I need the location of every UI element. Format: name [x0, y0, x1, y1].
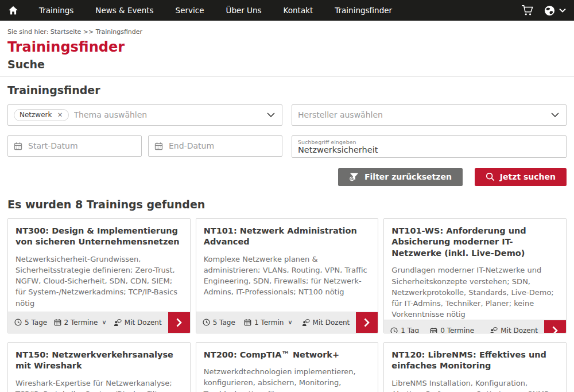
- nav-item-service[interactable]: Service: [176, 6, 204, 15]
- calendar-icon: [54, 319, 61, 326]
- reset-filters-button[interactable]: Filter zurücksetzen: [338, 168, 463, 186]
- training-card-title: NT120: LibreNMS: Effektives und einfache…: [391, 350, 559, 372]
- nav-item-trainings[interactable]: Trainings: [39, 6, 73, 15]
- mode-meta: Mit Dozent: [113, 319, 162, 327]
- chevron-down-icon: [551, 112, 559, 118]
- chevron-right-icon: [364, 318, 370, 327]
- duration-label: 1 Tag: [401, 327, 419, 333]
- card-detail-button[interactable]: [356, 312, 378, 333]
- duration-meta: 1 Tag: [390, 327, 419, 333]
- filter-form: Netzwerk × Thema auswählen Hersteller au…: [7, 104, 567, 158]
- mode-meta: Mit Dozent: [489, 327, 538, 333]
- start-date-input[interactable]: [27, 141, 135, 151]
- calendar-icon: [244, 319, 251, 326]
- training-card-title: NT200: CompTIA™ Network+: [204, 350, 371, 361]
- keyword-field[interactable]: Suchbegriff eingeben: [292, 135, 567, 158]
- training-cards-grid: NT300: Design & Implementierung von sich…: [7, 218, 567, 392]
- dates-label: 2 Termine: [64, 319, 98, 327]
- calendar-icon: [14, 142, 22, 150]
- instructor-icon: [301, 319, 310, 327]
- language-selector[interactable]: [544, 5, 566, 16]
- dates-label: 0 Termine: [440, 327, 474, 333]
- training-card-title: NT300: Design & Implementierung von sich…: [15, 226, 183, 248]
- mode-label: Mit Dozent: [501, 327, 538, 333]
- training-card-title: NT150: Netzwerkverkehrsanalyse mit Wires…: [15, 350, 183, 372]
- card-detail-button[interactable]: [544, 320, 566, 333]
- training-card-description: LibreNMS Installation, Konfiguration, Al…: [391, 378, 559, 392]
- nav-item-ueber-uns[interactable]: Über Uns: [226, 6, 262, 15]
- top-navigation: Trainings News & Events Service Über Uns…: [0, 0, 574, 21]
- calendar-icon: [430, 327, 437, 333]
- nav-item-trainingsfinder[interactable]: Trainingsfinder: [335, 6, 392, 15]
- results-count-heading: Es wurden 8 Trainings gefunden: [7, 198, 567, 211]
- chevron-down-icon: [267, 112, 275, 118]
- duration-meta: 5 Tage: [203, 319, 235, 327]
- training-card-title: NT101: Netzwerk Administration Advanced: [204, 226, 371, 248]
- mode-label: Mit Dozent: [125, 319, 162, 327]
- training-card-description: Netzwerkdtechnologien implementieren, ko…: [204, 366, 371, 392]
- topic-chip-label: Netzwerk: [20, 111, 52, 119]
- clock-icon: [203, 319, 210, 326]
- clock-icon: [14, 319, 22, 326]
- section-divider: [0, 76, 574, 77]
- dates-label: 1 Termin: [254, 319, 284, 327]
- search-icon: [486, 172, 495, 181]
- search-submit-label: Jetzt suchen: [500, 172, 556, 181]
- mode-meta: Mit Dozent: [301, 319, 350, 327]
- training-card: NT120: LibreNMS: Effektives und einfache…: [383, 342, 567, 392]
- training-card: NT150: Netzwerkverkehrsanalyse mit Wires…: [7, 342, 191, 392]
- topic-select[interactable]: Netzwerk × Thema auswählen: [7, 104, 282, 126]
- keyword-field-label: Suchbegriff eingeben: [298, 139, 560, 145]
- filter-reset-icon: [349, 172, 359, 181]
- mode-label: Mit Dozent: [313, 319, 350, 327]
- nav-item-kontakt[interactable]: Kontakt: [284, 6, 313, 15]
- training-card-description: Netzwerksicherheit-Grundwissen, Sicherhe…: [15, 254, 183, 309]
- breadcrumb[interactable]: Sie sind hier: Startseite >> Trainingsfi…: [7, 28, 567, 36]
- chip-remove-icon[interactable]: ×: [57, 111, 63, 118]
- training-card-footer: 5 Tage 1 Termin ∨ Mit Dozent: [196, 312, 378, 333]
- page-subtitle: Suche: [7, 58, 567, 71]
- nav-item-news-events[interactable]: News & Events: [95, 6, 153, 15]
- home-icon: [8, 6, 18, 15]
- search-submit-button[interactable]: Jetzt suchen: [475, 168, 567, 186]
- instructor-icon: [113, 319, 122, 327]
- cart-icon: [521, 5, 534, 16]
- vendor-select[interactable]: Hersteller auswählen: [292, 104, 567, 126]
- training-card-footer: 5 Tage 2 Termine ∨ Mit Dozent: [8, 312, 190, 333]
- training-card: NT101-WS: Anforderung und Absicherung mo…: [383, 218, 567, 333]
- reset-filters-label: Filter zurücksetzen: [364, 172, 452, 181]
- globe-icon: [544, 5, 555, 16]
- vendor-placeholder: Hersteller auswählen: [298, 110, 383, 119]
- cart-button[interactable]: [521, 5, 534, 16]
- start-date-field[interactable]: [7, 135, 142, 157]
- end-date-input[interactable]: [168, 141, 276, 151]
- filter-form-heading: Trainingsfinder: [7, 84, 567, 96]
- training-card-description: Komplexe Netzwerke planen & administrier…: [204, 254, 371, 298]
- training-card: NT300: Design & Implementierung von sich…: [7, 218, 191, 333]
- training-card-description: Wireshark-Expertise für Netzwerkanalyse;…: [15, 378, 183, 392]
- card-detail-button[interactable]: [168, 312, 190, 333]
- training-card-footer: 1 Tag 0 Termine Mit Dozent: [384, 320, 566, 333]
- home-button[interactable]: [8, 6, 18, 15]
- instructor-icon: [489, 327, 498, 333]
- calendar-icon: [154, 142, 163, 150]
- topic-placeholder: Thema auswählen: [74, 110, 148, 119]
- chevron-down-icon: ∨: [102, 319, 106, 326]
- training-card-title: NT101-WS: Anforderung und Absicherung mo…: [391, 226, 559, 259]
- topic-chip-netzwerk: Netzwerk ×: [14, 109, 69, 121]
- chevron-down-icon: ∨: [288, 319, 292, 326]
- training-card-description: Grundlagen moderner IT-Netzwerke und Sic…: [391, 265, 559, 320]
- duration-label: 5 Tage: [213, 319, 235, 327]
- page-title: Trainingsfinder: [7, 40, 567, 56]
- keyword-input[interactable]: [298, 145, 560, 154]
- duration-meta: 5 Tage: [14, 319, 47, 327]
- duration-label: 5 Tage: [25, 319, 47, 327]
- dates-meta[interactable]: 1 Termin ∨: [244, 319, 293, 327]
- dates-meta[interactable]: 2 Termine ∨: [54, 319, 107, 327]
- end-date-field[interactable]: [148, 135, 282, 157]
- dates-meta: 0 Termine: [430, 327, 478, 333]
- clock-icon: [390, 327, 398, 333]
- training-card: NT200: CompTIA™ Network+ Netzwerkdtechno…: [196, 342, 379, 392]
- training-card: NT101: Netzwerk Administration Advanced …: [196, 218, 379, 333]
- chevron-down-icon: [559, 8, 566, 13]
